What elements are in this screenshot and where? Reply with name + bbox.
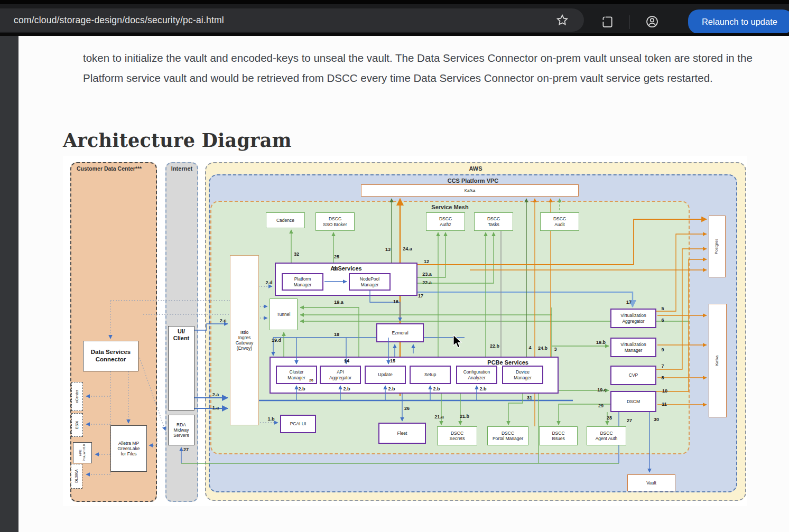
connector-label-20: 20 — [333, 266, 338, 272]
connector-label-4: 4 — [528, 345, 531, 350]
body-paragraph: token to initialize the vault and encode… — [83, 48, 758, 88]
connector-label-1.a: 1.a — [212, 405, 219, 410]
connector-label-26: 26 — [404, 406, 410, 411]
connector-label-30: 30 — [654, 417, 659, 422]
connector-label-27: 27 — [627, 418, 632, 423]
connector-label-24.a: 24.a — [403, 246, 412, 251]
connector-label-5: 5 — [661, 306, 664, 311]
url-text: com/cloud/storage-design/docs/security/p… — [14, 15, 224, 26]
connector-label-15: 15 — [390, 358, 395, 363]
connector-label-2.b: 2.b — [343, 386, 350, 391]
connector-label-6: 6 — [661, 318, 664, 323]
connector-label-24.b: 24.b — [538, 346, 547, 351]
connector-label-2.a: 2.a — [212, 392, 219, 397]
connector-label-31: 31 — [527, 395, 532, 400]
connector-lines-overlay — [63, 156, 747, 506]
connector-label-2.c: 2.c — [220, 318, 227, 323]
left-window-strip — [0, 36, 18, 532]
connector-label-32: 32 — [294, 251, 299, 257]
connector-label-22.b: 22.b — [490, 343, 499, 349]
connector-label-25: 25 — [334, 254, 339, 259]
connector-label-9: 9 — [661, 347, 664, 352]
connector-label-18: 18 — [334, 332, 339, 337]
connector-label-21.b: 21.b — [460, 414, 469, 419]
connector-label-27: 27 — [183, 447, 189, 452]
connector-label-16: 16 — [393, 299, 398, 304]
window-top-edge — [0, 0, 789, 4]
connector-label-2.b: 2.b — [479, 386, 486, 391]
connector-label-2.b: 2.b — [298, 386, 305, 391]
connector-label-17: 17 — [418, 293, 423, 298]
connector-label-13: 13 — [385, 247, 391, 252]
extensions-icon[interactable] — [600, 15, 614, 29]
connector-label-21.a: 21.a — [434, 414, 444, 419]
connector-label-19.b: 19.b — [596, 340, 606, 345]
browser-toolbar: com/cloud/storage-design/docs/security/p… — [0, 4, 789, 33]
toolbar-separator — [629, 15, 629, 29]
connector-label-2.d: 2.d — [265, 280, 272, 285]
connector-label-29: 29 — [598, 403, 604, 408]
connector-label-7: 7 — [661, 363, 664, 369]
connector-label-2.b: 2.b — [433, 386, 440, 391]
relaunch-to-update-button[interactable]: Relaunch to update — [688, 10, 789, 34]
connector-label-17: 17 — [626, 300, 632, 305]
connector-label-8: 8 — [661, 375, 664, 380]
connector-label-28: 28 — [607, 415, 612, 421]
section-heading: Architecture Diagram — [63, 129, 292, 151]
connector-label-11: 11 — [662, 402, 667, 407]
connector-label-26: 26 — [309, 378, 313, 382]
connector-label-19.a: 19.a — [334, 300, 344, 305]
connector-label-22.a: 22.a — [422, 280, 432, 285]
connector-label-12: 12 — [424, 259, 429, 264]
connector-label-10: 10 — [662, 388, 667, 394]
connector-label-2.b: 2.b — [388, 386, 395, 391]
connector-label-1.b: 1.b — [267, 416, 274, 422]
connector-label-19.c: 19.c — [597, 387, 607, 393]
bookmark-star-icon[interactable] — [555, 13, 569, 27]
connector-label-19.d: 19.d — [272, 338, 281, 343]
connector-label-14: 14 — [344, 358, 349, 363]
address-bar[interactable]: com/cloud/storage-design/docs/security/p… — [0, 8, 584, 32]
connector-label-23.a: 23.a — [422, 272, 432, 277]
architecture-diagram: Customer Data Center***InternetAWSCCS Pl… — [63, 156, 747, 506]
connector-label-3: 3 — [554, 347, 556, 352]
profile-icon[interactable] — [645, 15, 659, 29]
mouse-cursor — [453, 334, 465, 348]
